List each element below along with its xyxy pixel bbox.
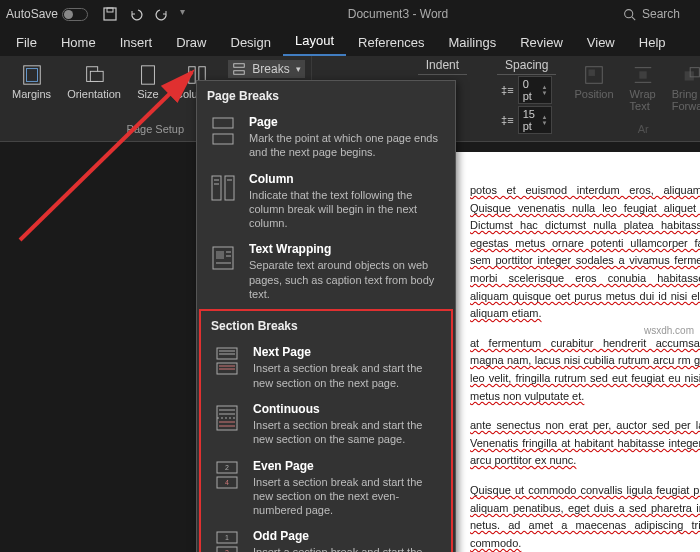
next-page-break-item[interactable]: Next PageInsert a section break and star… (201, 339, 451, 396)
indent-header: Indent (418, 56, 467, 75)
svg-text:4: 4 (225, 479, 229, 486)
spacing-after-icon: ‡≡ (501, 114, 514, 126)
paragraph-3: ante senectus non erat per, auctor sed p… (470, 417, 700, 470)
svg-rect-1 (107, 8, 113, 12)
bring-forward-button: Bring Forward (666, 60, 700, 116)
watermark: wsxdh.com (644, 325, 694, 336)
section-breaks-highlight: Section Breaks Next PageInsert a section… (199, 309, 453, 552)
tab-view[interactable]: View (575, 29, 627, 56)
text-wrapping-break-item[interactable]: Text WrappingSeparate text around object… (197, 236, 455, 307)
page-break-item[interactable]: PageMark the point at which one page end… (197, 109, 455, 166)
svg-rect-0 (104, 8, 116, 20)
size-button[interactable]: Size (131, 60, 165, 104)
svg-rect-12 (234, 71, 245, 75)
search-box[interactable]: Search (603, 7, 700, 21)
svg-line-3 (632, 16, 635, 19)
tab-mailings[interactable]: Mailings (437, 29, 509, 56)
size-label: Size (137, 88, 158, 100)
orientation-label: Orientation (67, 88, 121, 100)
tab-home[interactable]: Home (49, 29, 108, 56)
continuous-icon (211, 402, 243, 434)
svg-text:1: 1 (225, 534, 229, 541)
svg-rect-21 (213, 134, 233, 144)
spacing-after-row: ‡≡ 15 pt▲▼ (497, 105, 556, 135)
paragraph-1: potos et euismod interdum eros, aliquam … (470, 182, 700, 323)
save-icon[interactable] (102, 6, 118, 22)
even-page-break-item[interactable]: 24 Even PageInsert a section break and s… (201, 453, 451, 524)
tab-references[interactable]: References (346, 29, 436, 56)
spacing-before-row: ‡≡ 0 pt▲▼ (497, 75, 556, 105)
tab-draw[interactable]: Draw (164, 29, 218, 56)
breaks-button[interactable]: Breaks ▾ (228, 60, 304, 78)
spacing-header: Spacing (497, 56, 556, 75)
svg-rect-14 (589, 70, 595, 76)
spacing-before-icon: ‡≡ (501, 84, 514, 96)
breaks-dropdown: Page Breaks PageMark the point at which … (196, 80, 456, 552)
continuous-break-item[interactable]: ContinuousInsert a section break and sta… (201, 396, 451, 453)
paragraph-2: at fermentum curabitur hendrerit accumsa… (470, 335, 700, 405)
page-break-icon (207, 115, 239, 147)
next-page-icon (211, 345, 243, 377)
breaks-label: Breaks (252, 62, 289, 76)
position-button: Position (568, 60, 619, 104)
text-wrapping-icon (207, 242, 239, 274)
tab-design[interactable]: Design (219, 29, 283, 56)
chevron-down-icon: ▾ (296, 64, 301, 74)
even-page-icon: 24 (211, 459, 243, 491)
orientation-button[interactable]: Orientation (61, 60, 127, 104)
odd-page-break-item[interactable]: 13 Odd PageInsert a section break and st… (201, 523, 451, 552)
toggle-switch[interactable] (62, 8, 88, 21)
section-breaks-header: Section Breaks (201, 311, 451, 339)
tab-insert[interactable]: Insert (108, 29, 165, 56)
search-placeholder: Search (642, 7, 680, 21)
svg-rect-11 (234, 64, 245, 68)
tab-help[interactable]: Help (627, 29, 678, 56)
page-setup-label: Page Setup (127, 121, 185, 137)
svg-rect-7 (90, 71, 103, 81)
column-break-icon (207, 172, 239, 204)
autosave-toggle[interactable]: AutoSave (0, 7, 94, 21)
qat-dropdown-icon[interactable]: ▾ (180, 6, 185, 22)
wrap-text-button: Wrap Text (624, 60, 662, 116)
svg-rect-28 (216, 251, 224, 259)
document-title: Document3 - Word (193, 7, 603, 21)
spacing-after-input[interactable]: 15 pt▲▼ (518, 106, 553, 134)
quick-access-toolbar: ▾ (94, 6, 193, 22)
odd-page-icon: 13 (211, 529, 243, 552)
svg-rect-8 (142, 66, 155, 84)
tab-review[interactable]: Review (508, 29, 575, 56)
paragraph-4: Quisque ut commodo convallis ligula feug… (470, 482, 700, 552)
autosave-label: AutoSave (6, 7, 58, 21)
undo-icon[interactable] (128, 6, 144, 22)
page-breaks-header: Page Breaks (197, 81, 455, 109)
spacing-before-input[interactable]: 0 pt▲▼ (518, 76, 553, 104)
title-bar: AutoSave ▾ Document3 - Word Search (0, 0, 700, 28)
svg-rect-9 (188, 67, 194, 84)
svg-text:2: 2 (225, 464, 229, 471)
svg-rect-20 (213, 118, 233, 128)
svg-point-2 (625, 9, 633, 17)
ribbon-tabs: File Home Insert Draw Design Layout Refe… (0, 28, 700, 56)
search-icon (623, 8, 636, 21)
margins-label: Margins (12, 88, 51, 100)
column-break-item[interactable]: ColumnIndicate that the text following t… (197, 166, 455, 237)
tab-layout[interactable]: Layout (283, 27, 346, 56)
svg-rect-18 (685, 71, 694, 80)
svg-rect-5 (26, 69, 37, 82)
redo-icon[interactable] (154, 6, 170, 22)
tab-file[interactable]: File (4, 29, 49, 56)
svg-rect-15 (639, 71, 646, 78)
margins-button[interactable]: Margins (6, 60, 57, 104)
